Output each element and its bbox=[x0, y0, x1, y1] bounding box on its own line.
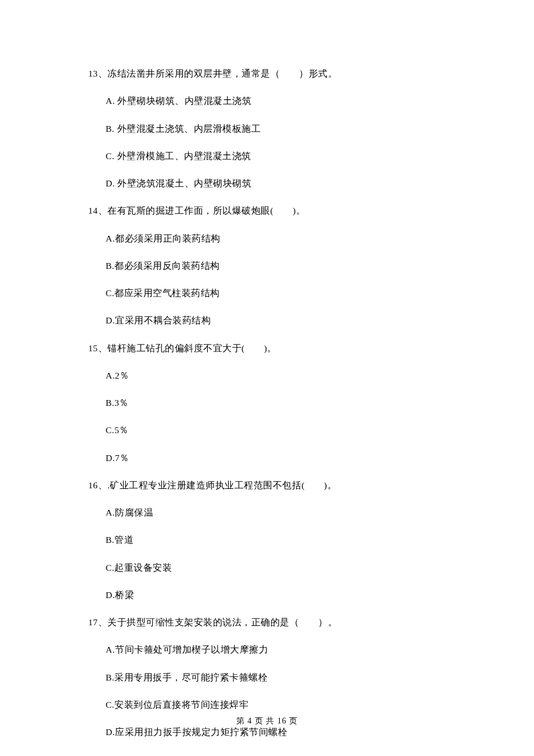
option-a: A.2％ bbox=[88, 369, 447, 382]
option-c: C.5％ bbox=[88, 423, 447, 437]
question-number: 17、 bbox=[88, 617, 107, 627]
question-14: 14、在有瓦斯的掘进工作面，所以爆破炮眼( )。 A.都必须采用正向装药结构 B… bbox=[88, 204, 447, 327]
question-text: 锚杆施工钻孔的偏斜度不宜大于( )。 bbox=[107, 343, 277, 353]
question-stem: 15、锚杆施工钻孔的偏斜度不宜大于( )。 bbox=[88, 341, 447, 355]
question-number: 16、 bbox=[88, 480, 107, 490]
option-b: B. 外壁混凝土浇筑、内层滑模板施工 bbox=[88, 122, 447, 135]
question-text: 冻结法凿井所采用的双层井壁，通常是（ ）形式。 bbox=[107, 69, 337, 78]
option-a: A.都必须采用正向装药结构 bbox=[88, 232, 447, 245]
question-stem: 13、冻结法凿井所采用的双层井壁，通常是（ ）形式。 bbox=[88, 67, 447, 80]
option-d: D. 外壁浇筑混凝土、内壁砌块砌筑 bbox=[88, 177, 447, 190]
option-a: A. 外壁砌块砌筑、内壁混凝土浇筑 bbox=[88, 94, 447, 107]
question-number: 14、 bbox=[88, 206, 107, 215]
option-d: D.7％ bbox=[88, 451, 447, 465]
question-16: 16、.矿业工程专业注册建造师执业工程范围不包括( )。 A.防腐保温 B.管道… bbox=[88, 478, 447, 602]
question-number: 15、 bbox=[88, 343, 107, 353]
option-d: D.应采用扭力扳手按规定力矩拧紧节间螺栓 bbox=[88, 725, 447, 739]
question-stem: 16、.矿业工程专业注册建造师执业工程范围不包括( )。 bbox=[88, 478, 447, 492]
question-stem: 14、在有瓦斯的掘进工作面，所以爆破炮眼( )。 bbox=[88, 204, 447, 217]
question-13: 13、冻结法凿井所采用的双层井壁，通常是（ ）形式。 A. 外壁砌块砌筑、内壁混… bbox=[88, 67, 447, 190]
option-b: B.3％ bbox=[88, 396, 447, 409]
option-c: C.都应采用空气柱装药结构 bbox=[88, 286, 447, 300]
option-d: D.宜采用不耦合装药结构 bbox=[88, 314, 447, 327]
option-a: A.防腐保温 bbox=[88, 506, 447, 519]
page-footer: 第 4 页 共 16 页 bbox=[0, 715, 534, 727]
question-number: 13、 bbox=[88, 69, 107, 78]
option-a: A.节间卡箍处可增加楔子以增大摩擦力 bbox=[88, 643, 447, 656]
question-text: .矿业工程专业注册建造师执业工程范围不包括( )。 bbox=[107, 480, 337, 490]
page-content: 13、冻结法凿井所采用的双层井壁，通常是（ ）形式。 A. 外壁砌块砌筑、内壁混… bbox=[0, 0, 534, 739]
option-c: C.安装到位后直接将节间连接焊牢 bbox=[88, 698, 447, 711]
option-b: B.采用专用扳手，尽可能拧紧卡箍螺栓 bbox=[88, 671, 447, 684]
question-15: 15、锚杆施工钻孔的偏斜度不宜大于( )。 A.2％ B.3％ C.5％ D.7… bbox=[88, 341, 447, 465]
question-stem: 17、关于拱型可缩性支架安装的说法，正确的是（ ）。 bbox=[88, 615, 447, 629]
option-c: C.起重设备安装 bbox=[88, 561, 447, 574]
option-b: B.管道 bbox=[88, 533, 447, 546]
question-text: 关于拱型可缩性支架安装的说法，正确的是（ ）。 bbox=[107, 617, 337, 627]
option-b: B.都必须采用反向装药结构 bbox=[88, 259, 447, 272]
question-text: 在有瓦斯的掘进工作面，所以爆破炮眼( )。 bbox=[107, 206, 305, 215]
option-c: C. 外壁滑模施工、内壁混凝土浇筑 bbox=[88, 149, 447, 163]
option-d: D.桥梁 bbox=[88, 588, 447, 602]
